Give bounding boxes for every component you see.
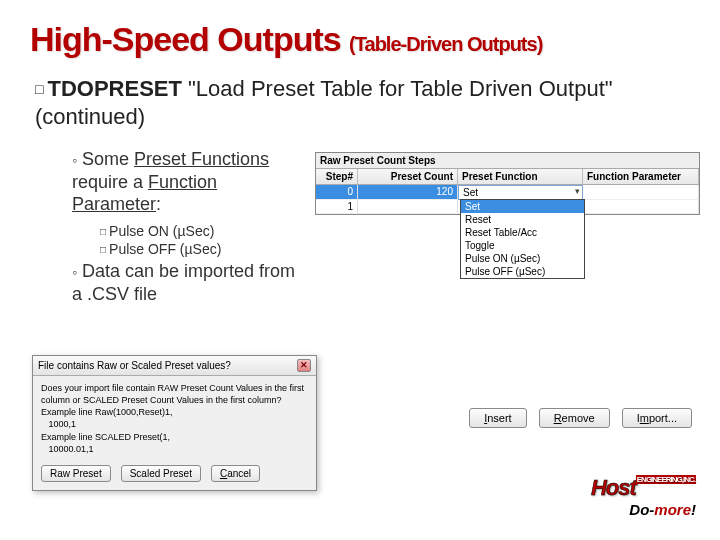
preset-function-dropdown[interactable]: Set Reset Reset Table/Acc Toggle Pulse O…	[460, 199, 585, 279]
subsub-bullet-2: □Pulse OFF (µSec)	[100, 241, 221, 257]
sub-bullet-2: ◦Data can be imported from a .CSV file	[72, 260, 302, 305]
cancel-button[interactable]: Cancel	[211, 465, 260, 482]
preset-function-select[interactable]: Set	[458, 185, 583, 200]
close-icon[interactable]: ✕	[297, 359, 311, 372]
dropdown-item[interactable]: Toggle	[461, 239, 584, 252]
import-button[interactable]: Import...	[622, 408, 692, 428]
main-bullet: □TDOPRESET "Load Preset Table for Table …	[35, 75, 675, 130]
dropdown-item[interactable]: Reset Table/Acc	[461, 226, 584, 239]
table-buttons-row: Insert Remove Import...	[469, 408, 692, 428]
preset-table-panel: Raw Preset Count Steps Step# Preset Coun…	[315, 152, 700, 215]
host-engineering-logo: HostENGINEERING,INC. Do-more!	[591, 475, 696, 518]
title-main: High-Speed Outputs	[30, 20, 341, 58]
dropdown-item[interactable]: Reset	[461, 213, 584, 226]
remove-button[interactable]: Remove	[539, 408, 610, 428]
sub-bullet-1: ◦Some Preset Functions require a Functio…	[72, 148, 302, 216]
import-dialog: File contains Raw or Scaled Preset value…	[32, 355, 317, 491]
table-title: Raw Preset Count Steps	[316, 153, 699, 169]
keyword-tdopreset: TDOPRESET	[47, 76, 181, 101]
dialog-title-text: File contains Raw or Scaled Preset value…	[38, 360, 231, 371]
dropdown-item[interactable]: Set	[461, 200, 584, 213]
dropdown-item[interactable]: Pulse ON (µSec)	[461, 252, 584, 265]
scaled-preset-button[interactable]: Scaled Preset	[121, 465, 201, 482]
col-fn: Preset Function	[458, 169, 583, 184]
raw-preset-button[interactable]: Raw Preset	[41, 465, 111, 482]
table-row[interactable]: 0 120 Set	[316, 185, 699, 200]
insert-button[interactable]: Insert	[469, 408, 527, 428]
title-sub: (Table-Driven Outputs)	[349, 33, 542, 55]
do-more-logo: Do-more!	[591, 501, 696, 518]
subsub-bullet-1: □Pulse ON (µSec)	[100, 223, 214, 239]
dialog-body: Does your import file contain RAW Preset…	[33, 376, 316, 459]
col-param: Function Parameter	[583, 169, 699, 184]
slide-title: High-Speed Outputs (Table-Driven Outputs…	[30, 20, 542, 59]
dialog-buttons: Raw Preset Scaled Preset Cancel	[33, 459, 316, 490]
table-header-row: Step# Preset Count Preset Function Funct…	[316, 169, 699, 185]
dropdown-item[interactable]: Pulse OFF (µSec)	[461, 265, 584, 278]
col-step: Step#	[316, 169, 358, 184]
col-count: Preset Count	[358, 169, 458, 184]
dialog-titlebar: File contains Raw or Scaled Preset value…	[33, 356, 316, 376]
